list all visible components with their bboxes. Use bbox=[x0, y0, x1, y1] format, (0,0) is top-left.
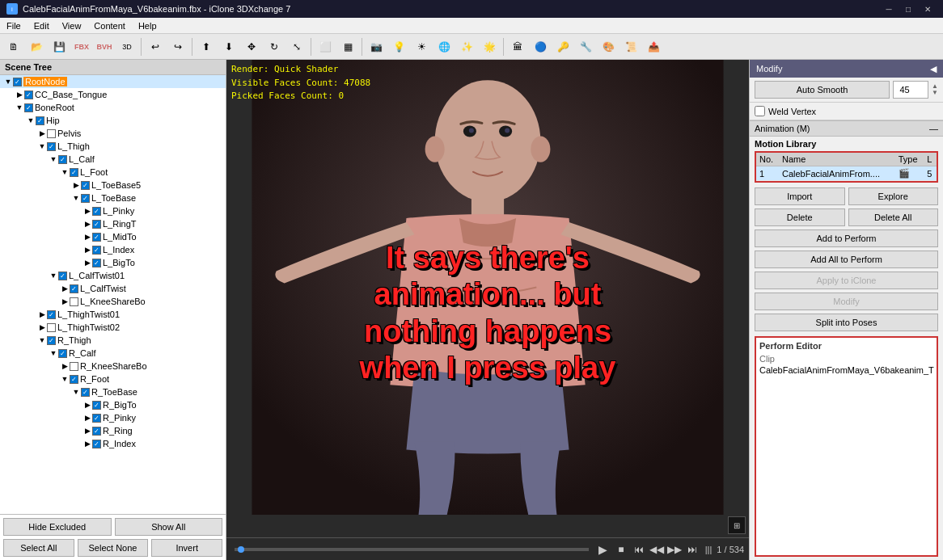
expand-icon[interactable]: ▶ bbox=[82, 413, 92, 423]
node-checkbox[interactable] bbox=[92, 207, 101, 216]
node-checkbox[interactable] bbox=[70, 297, 78, 306]
node-checkbox[interactable] bbox=[92, 440, 101, 448]
delete-all-button[interactable]: Delete All bbox=[848, 208, 939, 226]
node-checkbox[interactable] bbox=[47, 129, 56, 138]
expand-icon[interactable]: ▼ bbox=[37, 141, 47, 151]
viewport[interactable]: Render: Quick Shader Visible Faces Count… bbox=[226, 60, 749, 537]
toolbar-open[interactable]: 📂 bbox=[26, 36, 47, 57]
expand-icon[interactable]: ▼ bbox=[49, 348, 58, 358]
node-checkbox[interactable] bbox=[92, 220, 101, 229]
prev-frame-button[interactable]: ⏮ bbox=[631, 541, 647, 558]
auto-smooth-value[interactable] bbox=[893, 81, 928, 99]
toolbar-cam[interactable]: 📷 bbox=[366, 36, 387, 57]
weld-vertex-checkbox[interactable] bbox=[755, 106, 765, 116]
toolbar-grid[interactable]: ▦ bbox=[337, 36, 358, 57]
menu-view[interactable]: View bbox=[56, 19, 88, 32]
node-checkbox[interactable] bbox=[92, 233, 101, 242]
expand-icon[interactable]: ▶ bbox=[37, 309, 47, 319]
select-none-button[interactable]: Select None bbox=[78, 539, 149, 557]
toolbar-mod[interactable]: 🔧 bbox=[575, 36, 596, 57]
tree-node-rtoebase[interactable]: ▼R_ToeBase bbox=[0, 385, 226, 398]
node-checkbox[interactable] bbox=[81, 194, 90, 203]
node-checkbox[interactable] bbox=[70, 362, 78, 371]
expand-icon[interactable]: ▶ bbox=[82, 439, 92, 448]
toolbar-bvh[interactable]: BVH bbox=[94, 36, 115, 57]
add-to-perform-button[interactable]: Add to Perform bbox=[755, 229, 938, 247]
minimize-button[interactable]: ─ bbox=[880, 0, 898, 18]
menu-help[interactable]: Help bbox=[132, 19, 163, 32]
expand-icon[interactable]: ▶ bbox=[15, 90, 24, 99]
tree-node-lindex[interactable]: ▶L_Index bbox=[0, 243, 226, 256]
tree-node-ltoebase[interactable]: ▼L_ToeBase bbox=[0, 192, 226, 204]
forward-button[interactable]: ▶▶ bbox=[666, 541, 683, 558]
toolbar-rotate[interactable]: ↻ bbox=[264, 36, 285, 57]
next-frame-button[interactable]: ⏭ bbox=[684, 541, 700, 558]
tree-node-lring[interactable]: ▶L_RingT bbox=[0, 217, 226, 230]
animation-section-header[interactable]: Animation (M) — bbox=[750, 120, 943, 137]
expand-icon[interactable]: ▶ bbox=[71, 180, 81, 190]
expand-icon[interactable]: ▼ bbox=[15, 103, 24, 112]
node-checkbox[interactable] bbox=[58, 349, 67, 358]
split-into-poses-button[interactable]: Split into Poses bbox=[755, 314, 938, 331]
expand-icon[interactable]: ▼ bbox=[26, 116, 36, 125]
tree-node-boneroot[interactable]: ▼BoneRoot bbox=[0, 101, 226, 114]
tree-node-rring[interactable]: ▶R_Ring bbox=[0, 424, 226, 437]
toolbar-frame[interactable]: ⬜ bbox=[315, 36, 336, 57]
expand-icon[interactable]: ▶ bbox=[82, 258, 92, 267]
toolbar-move-down[interactable]: ⬇ bbox=[218, 36, 239, 57]
toolbar-fx[interactable]: ✨ bbox=[456, 36, 477, 57]
tree-node-lcalftwist0[interactable]: ▶L_CalfTwist bbox=[0, 282, 226, 295]
motion-table-row[interactable]: 1 CalebFacialAnimFrom.... 🎬 5 bbox=[756, 166, 937, 181]
invert-button[interactable]: Invert bbox=[151, 539, 222, 557]
timeline-thumb[interactable] bbox=[238, 546, 244, 553]
node-checkbox[interactable] bbox=[70, 284, 78, 293]
tree-node-lthigh[interactable]: ▼L_Thigh bbox=[0, 140, 226, 153]
show-all-button[interactable]: Show All bbox=[115, 518, 223, 536]
tree-node-rindex[interactable]: ▶R_Index bbox=[0, 437, 226, 450]
node-checkbox[interactable] bbox=[47, 142, 56, 151]
import-button[interactable]: Import bbox=[755, 187, 845, 205]
expand-icon[interactable]: ▼ bbox=[49, 154, 58, 164]
select-all-button[interactable]: Select All bbox=[3, 539, 74, 557]
toolbar-undo[interactable]: ↩ bbox=[145, 36, 166, 57]
explore-button[interactable]: Explore bbox=[848, 187, 939, 205]
node-checkbox[interactable] bbox=[70, 375, 78, 384]
expand-icon[interactable]: ▶ bbox=[37, 322, 47, 332]
auto-smooth-button[interactable]: Auto Smooth bbox=[755, 81, 890, 99]
smooth-spinner[interactable]: ▲ ▼ bbox=[932, 81, 938, 99]
expand-icon[interactable]: ▶ bbox=[82, 426, 92, 436]
toolbar-sun[interactable]: ☀ bbox=[411, 36, 432, 57]
toolbar-light[interactable]: 💡 bbox=[388, 36, 409, 57]
tree-node-rcalf[interactable]: ▼R_Calf bbox=[0, 347, 226, 360]
expand-icon[interactable]: ▶ bbox=[82, 232, 92, 242]
node-checkbox[interactable] bbox=[92, 259, 101, 267]
menu-file[interactable]: File bbox=[0, 19, 27, 32]
play-button[interactable]: ▶ bbox=[595, 541, 611, 558]
toolbar-redo[interactable]: ↪ bbox=[167, 36, 188, 57]
tree-node-lcalf[interactable]: ▼L_Calf bbox=[0, 153, 226, 166]
tree-node-lbig[interactable]: ▶L_BigTo bbox=[0, 256, 226, 269]
expand-icon[interactable]: ▼ bbox=[60, 374, 70, 384]
toolbar-new[interactable]: 🗎 bbox=[3, 36, 24, 57]
node-checkbox[interactable] bbox=[47, 310, 56, 319]
expand-icon[interactable]: ▶ bbox=[60, 297, 70, 306]
panel-collapse-icon[interactable]: ◀ bbox=[930, 64, 937, 74]
expand-icon[interactable]: ▼ bbox=[71, 387, 81, 397]
node-checkbox[interactable] bbox=[24, 91, 33, 99]
expand-icon[interactable]: ▶ bbox=[37, 128, 47, 138]
node-checkbox[interactable] bbox=[47, 336, 56, 345]
node-checkbox[interactable] bbox=[92, 246, 101, 255]
node-checkbox[interactable] bbox=[92, 414, 101, 423]
menu-content[interactable]: Content bbox=[87, 19, 132, 32]
scene-tree-content[interactable]: ▼RootNode▶CC_Base_Tongue▼BoneRoot▼Hip▶Pe… bbox=[0, 75, 226, 514]
menu-edit[interactable]: Edit bbox=[27, 19, 56, 32]
add-all-to-perform-button[interactable]: Add All to Perform bbox=[755, 251, 938, 268]
close-button[interactable]: ✕ bbox=[919, 0, 937, 18]
toolbar-env[interactable]: 🔵 bbox=[530, 36, 551, 57]
expand-icon[interactable]: ▶ bbox=[82, 400, 92, 410]
expand-icon[interactable]: ▼ bbox=[49, 271, 58, 280]
toolbar-move-up[interactable]: ⬆ bbox=[196, 36, 217, 57]
node-checkbox[interactable] bbox=[58, 155, 67, 164]
node-checkbox[interactable] bbox=[70, 168, 78, 177]
toolbar-key[interactable]: 🔑 bbox=[552, 36, 573, 57]
